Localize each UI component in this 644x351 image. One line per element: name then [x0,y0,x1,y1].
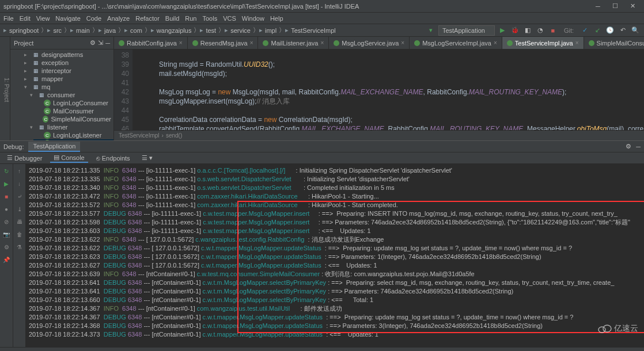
menu-navigate[interactable]: Navigate [55,15,80,22]
editor: RabbitConfig.java×ResendMsg.java×MailLis… [114,37,644,140]
tree-item-mapper[interactable]: ▸▦mapper [22,75,113,83]
profile-button[interactable]: ◔ [535,25,545,36]
tree-item-mq[interactable]: ▾▦mq [22,83,113,91]
mute-breakpoints-button[interactable]: ⊘ [2,217,11,226]
filter-button[interactable]: ⚗ [15,242,24,251]
menu-tools[interactable]: Tools [202,15,217,22]
tree-item-consumer[interactable]: ▾▦consumer [28,91,113,99]
tree-item-MailConsumer[interactable]: CMailConsumer [33,107,113,115]
editor-crumb-method[interactable]: send() [166,132,182,139]
menu-run[interactable]: Run [185,15,196,22]
pin-button[interactable]: 📌 [2,255,11,264]
menu-help[interactable]: Help [270,15,283,22]
debug-run-tab[interactable]: TestApplication [28,142,80,152]
run-button[interactable]: ▶ [497,25,507,36]
git-commit-icon[interactable]: ↙ [592,25,603,36]
more-subtab[interactable]: ☰ ▾ [138,154,156,162]
soft-wrap-button[interactable]: ⤶ [15,192,24,201]
editor-crumb-class[interactable]: TestServiceImpl [119,132,160,139]
debug-settings-icon[interactable]: ⚙ [626,143,631,150]
close-button[interactable]: ✕ [624,1,641,12]
project-panel-header: Project ⚙ ⇲ ─ [10,37,113,49]
menu-refactor[interactable]: Refactor [135,15,160,22]
debug-hide-icon[interactable]: ─ [636,143,641,150]
clear-button[interactable]: 🗑 [15,230,24,239]
breadcrumb-item[interactable]: ▸ springboot [3,26,39,34]
tree-item-interceptor[interactable]: ▸▦interceptor [22,67,113,75]
breadcrumb-item[interactable]: ▸ main [70,26,90,34]
editor-body[interactable]: 38394041424344454647 String msgId = Rand… [114,49,644,130]
editor-tab[interactable]: SimpleMailConsumer.java× [584,37,644,49]
project-settings-icon[interactable]: ⚙ [90,39,96,47]
debug-button[interactable]: 🐞 [510,25,520,36]
rerun-button[interactable]: ↻ [2,166,11,175]
breadcrumb-item[interactable]: ▸ service [225,26,251,34]
log-line: 2019-07-18 18:22:13.572 INFO 6348 --- [i… [29,201,641,209]
minimize-button[interactable]: ─ [590,1,606,12]
project-collapse-icon[interactable]: ⇲ [98,39,103,47]
tree-item-listener[interactable]: ▾▦listener [28,123,113,131]
git-update-icon[interactable]: ✓ [579,25,590,36]
menu-window[interactable]: Window [242,15,264,22]
settings-button[interactable]: ⚙ [2,242,11,251]
git-history-icon[interactable]: 🕓 [605,25,615,36]
run-config-select[interactable]: TestApplication [438,25,495,36]
print-button[interactable]: 🖶 [15,217,24,226]
search-everywhere-icon[interactable]: 🔍 [630,25,641,36]
menu-view[interactable]: View [36,15,50,22]
tree-item-designpatterns[interactable]: ▸▦designpatterns [22,51,113,59]
debugger-subtab[interactable]: ☰Debugger [3,154,46,162]
maximize-button[interactable]: ☐ [607,1,623,12]
breadcrumb-item[interactable]: ▸ wangzaiplus [151,26,192,34]
scroll-end-button[interactable]: ⤓ [15,204,24,213]
project-tool-tab[interactable]: 1: Project [3,78,10,102]
stop-debug-button[interactable]: ■ [2,192,11,201]
menu-edit[interactable]: Edit [20,15,31,22]
tree-item-exception[interactable]: ▸▦exception [22,59,113,67]
menu-file[interactable]: File [3,15,14,22]
stop-button[interactable]: ■ [548,25,558,36]
breadcrumb-item[interactable]: ▸ TestServiceImpl [285,26,336,34]
code-area[interactable]: String msgId = RandomUtil.UUID32(); mail… [132,49,644,130]
editor-gutter: 38394041424344454647 [114,49,132,130]
git-revert-icon[interactable]: ↶ [618,25,628,36]
breadcrumb-item[interactable]: ▸ impl [259,26,276,34]
breadcrumb-item[interactable]: ▸ com [124,26,142,34]
tree-item-LoginLogConsumer[interactable]: CLoginLogConsumer [33,99,113,107]
console-output[interactable]: 2019-07-18 18:22:11.335 INFO 6348 --- [i… [25,164,644,347]
view-breakpoints-button[interactable]: ● [2,204,11,213]
menu-vcs[interactable]: VCS [223,15,236,22]
project-hide-icon[interactable]: ─ [105,40,110,47]
endpoints-subtab[interactable]: ⎋Endpoints [93,154,134,162]
console-subtab[interactable]: ▤Console [50,153,88,163]
editor-tab[interactable]: ResendMsg.java× [188,37,259,49]
editor-tab[interactable]: MsgLogServiceImpl.java× [410,37,502,49]
get-thread-dump-button[interactable]: 📷 [2,230,11,239]
editor-tab[interactable]: MsgLogService.java× [329,37,410,49]
close-icon[interactable]: × [320,40,324,46]
editor-tab[interactable]: RabbitConfig.java× [114,37,188,49]
breadcrumb-item[interactable]: ▸ test [200,26,216,34]
menu-build[interactable]: Build [165,15,179,22]
down-stack-button[interactable]: ↓ [15,179,24,188]
menu-analyze[interactable]: Analyze [107,15,130,22]
editor-tab[interactable]: MailListener.java× [258,37,329,49]
build-icon[interactable]: ▾ [426,25,436,36]
close-icon[interactable]: × [494,40,497,46]
resume-button[interactable]: ▶ [2,179,11,188]
close-icon[interactable]: × [250,40,253,46]
tree-item-MailListener[interactable]: CMailListener [33,139,113,140]
breadcrumb-item[interactable]: ▸ src [47,26,62,34]
tree-item-SimpleMailConsumer[interactable]: CSimpleMailConsumer [33,115,113,123]
up-stack-button[interactable]: ↑ [15,166,24,175]
breadcrumb-item[interactable]: ▸ java [99,26,116,34]
tree-item-LoginLogListener[interactable]: CLoginLogListener [33,131,113,139]
coverage-button[interactable]: ◧ [522,25,533,36]
close-icon[interactable]: × [401,40,404,46]
close-icon[interactable]: × [179,40,183,46]
project-tree[interactable]: ▸▦designpatterns▸▦exception▸▦interceptor… [10,49,113,140]
close-icon[interactable]: × [575,40,579,46]
menu-code[interactable]: Code [86,15,101,22]
editor-tab[interactable]: TestServiceImpl.java× [502,37,584,49]
main-area: 1: Project 7: Structure Project ⚙ ⇲ ─ ▸▦… [0,37,644,140]
